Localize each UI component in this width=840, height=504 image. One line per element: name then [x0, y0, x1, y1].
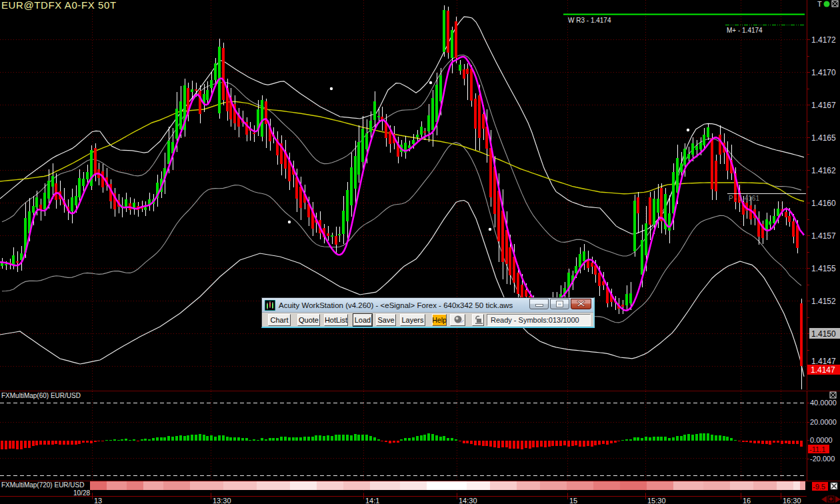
svg-text:1.4172: 1.4172	[811, 35, 836, 45]
svg-text:15: 15	[569, 497, 577, 504]
svg-text:16: 16	[743, 497, 751, 504]
svg-text:EUR@TDFX A0-FX 50T: EUR@TDFX A0-FX 50T	[1, 0, 117, 11]
svg-text:FXMultiMap(720) EUR/USD: FXMultiMap(720) EUR/USD	[1, 481, 84, 489]
svg-text:15:30: 15:30	[647, 497, 666, 504]
svg-text:1.4152: 1.4152	[811, 297, 836, 306]
svg-text:1.4165: 1.4165	[811, 133, 836, 143]
svg-text:1.4167: 1.4167	[811, 101, 836, 110]
svg-text:P - 1.4161: P - 1.4161	[729, 195, 759, 202]
svg-text:-9.5: -9.5	[813, 483, 825, 491]
svg-text:20.0000: 20.0000	[810, 418, 837, 426]
svg-text:W R3 - 1.4174: W R3 - 1.4174	[568, 17, 611, 24]
svg-text:13: 13	[94, 497, 102, 504]
svg-text:1.4157: 1.4157	[811, 231, 836, 241]
svg-text:1.4147: 1.4147	[811, 365, 835, 375]
svg-text:0.0000: 0.0000	[810, 436, 833, 444]
svg-text:M+ - 1.4174: M+ - 1.4174	[727, 27, 763, 34]
svg-text:-20.000: -20.000	[810, 455, 835, 463]
svg-text:14:30: 14:30	[459, 497, 477, 504]
svg-text:FXMultiMap(60) EUR/USD: FXMultiMap(60) EUR/USD	[1, 392, 81, 399]
svg-text:1.4150: 1.4150	[811, 329, 836, 339]
svg-text:40.0000: 40.0000	[810, 399, 837, 407]
svg-text:-11.1: -11.1	[809, 445, 825, 453]
svg-text:T: T	[817, 0, 822, 8]
svg-text:1.4147: 1.4147	[811, 357, 836, 366]
svg-text:13:30: 13:30	[213, 497, 231, 504]
svg-text:1.4160: 1.4160	[811, 199, 836, 208]
svg-text:10/28: 10/28	[73, 489, 90, 497]
svg-text:1.4170: 1.4170	[811, 68, 836, 77]
svg-text:16:30: 16:30	[783, 497, 801, 504]
svg-text:14:1: 14:1	[365, 497, 379, 504]
svg-text:1.4162: 1.4162	[811, 166, 836, 175]
svg-text:1.4155: 1.4155	[811, 264, 836, 273]
